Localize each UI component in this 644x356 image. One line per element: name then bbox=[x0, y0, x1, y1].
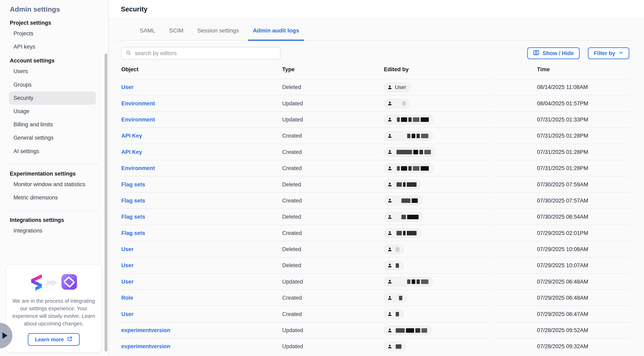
filter-by-label: Filter by bbox=[594, 50, 615, 56]
columns-icon bbox=[533, 50, 539, 57]
search-icon bbox=[126, 50, 131, 57]
time-cell: 07/30/2025 06:54AM bbox=[495, 214, 629, 220]
redacted-name bbox=[399, 296, 402, 300]
sidebar-item-monitor-window-and-statistics[interactable]: Monitor window and statistics bbox=[9, 178, 96, 191]
object-link[interactable]: User bbox=[121, 262, 134, 268]
tab-session-settings[interactable]: Session settings bbox=[192, 27, 244, 41]
row-divider bbox=[121, 354, 492, 355]
time-cell: 07/31/2025 01:28PM bbox=[495, 149, 629, 155]
table-header-row: Object Type Edited by Time bbox=[121, 60, 629, 79]
table-row: Flag sets Deleted 07/30/2025 06:54AM bbox=[121, 209, 629, 225]
object-link[interactable]: Environment bbox=[121, 165, 155, 171]
edited-by-cell bbox=[384, 164, 495, 173]
sidebar-item-api-keys[interactable]: API keys bbox=[9, 40, 96, 54]
redacted-name bbox=[402, 198, 418, 203]
object-link[interactable]: Environment bbox=[121, 116, 155, 123]
sidebar-title: Admin settings bbox=[0, 0, 108, 16]
statsig-legacy-logo-icon bbox=[30, 273, 43, 292]
toolbar-buttons: Show / Hide Filter by bbox=[527, 47, 629, 59]
table-row: User Updated 07/29/2025 06:48AM bbox=[121, 274, 629, 290]
redacted-name bbox=[407, 280, 428, 284]
object-link[interactable]: User bbox=[121, 84, 134, 90]
editor-chip bbox=[384, 245, 404, 254]
sidebar-item-metric-dimensions[interactable]: Metric dimensions bbox=[9, 191, 96, 204]
table-row: Flag sets Created 07/29/2025 02:01PM bbox=[121, 225, 629, 241]
object-link[interactable]: Flag sets bbox=[121, 230, 145, 236]
column-header-type: Type bbox=[282, 66, 384, 73]
search-input[interactable] bbox=[134, 50, 276, 57]
time-cell: 07/28/2025 09:52AM bbox=[495, 327, 629, 334]
tab-admin-audit-logs[interactable]: Admin audit logs bbox=[248, 27, 304, 41]
object-link[interactable]: Flag sets bbox=[121, 214, 145, 220]
tab-saml[interactable]: SAML bbox=[135, 27, 160, 41]
time-cell: 07/29/2025 06:48AM bbox=[495, 279, 629, 285]
table-row: Flag sets Deleted 07/30/2025 07:59AM bbox=[121, 176, 629, 192]
edited-by-cell bbox=[384, 310, 495, 319]
object-link[interactable]: experimentversion bbox=[121, 327, 170, 333]
time-cell: 07/29/2025 10:07AM bbox=[495, 262, 629, 269]
sidebar-item-groups[interactable]: Groups bbox=[9, 78, 96, 92]
type-cell: Deleted bbox=[282, 84, 384, 90]
arrow-right-icon bbox=[47, 279, 57, 286]
person-icon bbox=[387, 150, 392, 155]
sidebar-item-ai-settings[interactable]: AI settings bbox=[9, 145, 96, 158]
person-icon bbox=[387, 344, 392, 349]
sidebar-item-users[interactable]: Users bbox=[9, 65, 96, 78]
object-link[interactable]: Flag sets bbox=[121, 198, 145, 204]
table-row: User Deleted 07/29/2025 10:07AM bbox=[121, 258, 629, 274]
object-link[interactable]: Flag sets bbox=[121, 182, 145, 188]
admin-settings-page: Admin settings Project settingsProjectsA… bbox=[0, 0, 644, 356]
object-link[interactable]: User bbox=[121, 246, 134, 252]
redacted-name bbox=[396, 150, 431, 154]
object-link[interactable]: Environment bbox=[121, 100, 155, 106]
object-link[interactable]: API Key bbox=[121, 133, 142, 139]
table-row: Role Created 07/29/2025 06:48AM bbox=[121, 290, 629, 306]
sidebar: Admin settings Project settingsProjectsA… bbox=[0, 0, 109, 356]
edited-by-cell bbox=[384, 115, 495, 124]
table-row: API Key Created 07/31/2025 01:28PM bbox=[121, 128, 629, 144]
redacted-name bbox=[396, 182, 416, 187]
type-cell: Created bbox=[282, 133, 384, 139]
object-link[interactable]: experimentversion bbox=[121, 343, 170, 350]
filter-by-button[interactable]: Filter by bbox=[588, 47, 629, 59]
migration-message: We are in the process of integrating our… bbox=[12, 297, 96, 328]
audit-log-table: Object Type Edited by Time User Deleted … bbox=[109, 60, 644, 355]
table-body: User Deleted User 08/14/2025 11:08AM Env… bbox=[121, 79, 629, 355]
sidebar-item-general-settings[interactable]: General settings bbox=[9, 131, 96, 144]
time-cell: 07/29/2025 06:47AM bbox=[495, 311, 629, 318]
sidebar-item-security[interactable]: Security bbox=[9, 92, 96, 105]
object-link[interactable]: Role bbox=[121, 295, 133, 301]
sidebar-item-usage[interactable]: Usage bbox=[9, 105, 96, 118]
type-cell: Updated bbox=[282, 327, 384, 334]
edited-by-cell bbox=[384, 131, 495, 141]
learn-more-button[interactable]: Learn more bbox=[28, 333, 80, 346]
triangle-right-icon bbox=[2, 332, 7, 339]
time-cell: 07/29/2025 10:08AM bbox=[495, 246, 629, 252]
type-cell: Created bbox=[282, 230, 384, 236]
object-link[interactable]: API Key bbox=[121, 149, 142, 155]
edited-by-cell bbox=[384, 261, 495, 270]
time-cell: 07/29/2025 06:48AM bbox=[495, 295, 629, 301]
sidebar-scrollbar[interactable] bbox=[104, 54, 108, 352]
type-cell: Created bbox=[282, 149, 384, 155]
show-hide-columns-button[interactable]: Show / Hide bbox=[527, 47, 580, 59]
main-content: Security SAMLSCIMSession settingsAdmin a… bbox=[109, 0, 644, 356]
sidebar-item-integrations[interactable]: Integrations bbox=[9, 224, 96, 238]
sidebar-divider bbox=[10, 164, 98, 164]
edited-by-cell bbox=[384, 293, 495, 303]
object-link[interactable]: User bbox=[121, 279, 134, 285]
tab-scim[interactable]: SCIM bbox=[164, 27, 188, 41]
person-icon bbox=[387, 312, 392, 317]
time-cell: 07/31/2025 01:28PM bbox=[495, 133, 629, 139]
table-row: experimentversion Updated 07/28/2025 09:… bbox=[121, 338, 629, 354]
object-link[interactable]: User bbox=[121, 311, 134, 317]
person-icon bbox=[387, 166, 392, 171]
sidebar-item-billing-and-limits[interactable]: Billing and limits bbox=[9, 118, 96, 131]
sidebar-item-projects[interactable]: Projects bbox=[9, 27, 96, 40]
person-icon bbox=[387, 198, 392, 203]
person-icon bbox=[387, 247, 392, 252]
page-title: Security bbox=[109, 0, 644, 18]
search-box[interactable] bbox=[121, 47, 280, 60]
editor-chip bbox=[384, 342, 406, 351]
editor-chip bbox=[384, 148, 435, 157]
